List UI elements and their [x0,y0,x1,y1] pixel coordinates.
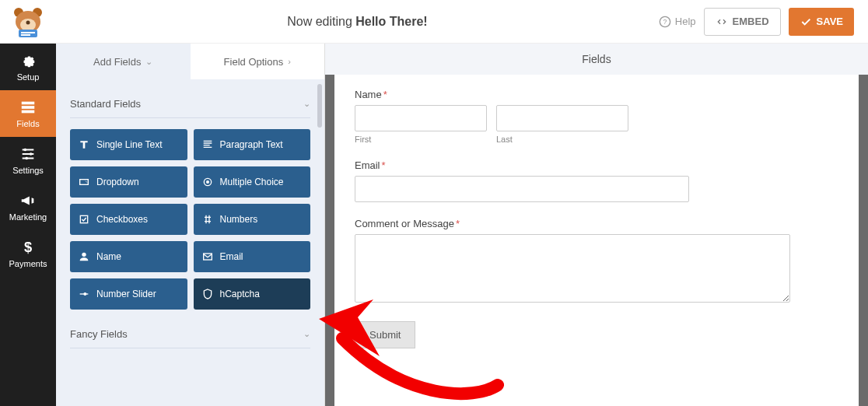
svg-point-3 [20,19,36,31]
page-title: Now editing Hello There! [56,15,659,29]
name-label: Name* [355,89,838,100]
chevron-down-icon: ⌄ [145,57,152,67]
editing-prefix: Now editing [287,15,355,28]
canvas-header: Fields [325,44,868,75]
tab-add-fields[interactable]: Add Fields ⌄ [56,44,191,79]
fields-panel: Add Fields ⌄ Field Options › Standard Fi… [56,44,325,406]
code-icon [716,16,728,28]
gear-icon [19,52,37,69]
comment-textarea[interactable] [355,234,790,303]
form-title: Hello There! [355,15,427,28]
svg-rect-12 [22,110,35,114]
last-sublabel: Last [496,135,628,144]
help-link[interactable]: ? Help [659,16,696,28]
comment-label: Comment or Message* [355,218,838,229]
check-icon [800,16,812,28]
svg-point-15 [25,157,28,160]
field-dropdown[interactable]: Dropdown [70,166,187,198]
fancy-fields-header[interactable]: Fancy Fields ⌄ [70,320,310,348]
checkbox-icon [78,213,90,226]
save-button[interactable]: SAVE [789,8,854,36]
first-name-input[interactable] [355,105,487,131]
svg-point-19 [206,180,209,184]
svg-rect-20 [80,215,87,222]
svg-rect-10 [22,102,35,105]
scrollbar-thumb[interactable] [317,84,322,128]
sidebar-item-settings[interactable]: Settings [0,137,56,184]
email-label: Email* [355,159,838,171]
tab-field-options[interactable]: Field Options › [191,44,325,79]
sidebar-item-marketing[interactable]: Marketing [0,184,56,230]
svg-text:$: $ [24,239,32,255]
sidebar-item-payments[interactable]: $ Payments [0,230,56,277]
field-email[interactable]: Email [194,241,311,272]
logo [0,6,56,37]
submit-button[interactable]: Submit [355,321,415,348]
svg-point-13 [24,149,27,152]
dollar-icon: $ [19,239,37,256]
field-name[interactable]: Name [70,241,187,272]
chevron-down-icon: ⌄ [303,99,310,109]
sidebar-item-fields[interactable]: Fields [0,90,56,137]
last-name-input[interactable] [496,105,628,131]
sliders-icon [19,145,37,163]
svg-point-4 [26,20,30,24]
hash-icon [201,213,214,226]
svg-text:?: ? [663,18,667,26]
sidebar-item-setup[interactable]: Setup [0,44,56,90]
svg-rect-11 [22,106,35,109]
field-single-line-text[interactable]: Single Line Text [70,129,187,160]
text-icon [78,138,90,151]
radio-icon [201,176,214,188]
dropdown-icon [78,176,90,188]
svg-rect-6 [21,32,35,33]
email-input[interactable] [355,176,689,202]
field-multiple-choice[interactable]: Multiple Choice [194,166,311,198]
svg-point-14 [30,152,33,156]
bullhorn-icon [19,192,37,209]
form-icon [19,99,37,116]
mail-icon [201,250,214,263]
chevron-down-icon: ⌄ [303,329,310,339]
paragraph-icon [201,138,214,151]
user-icon [78,250,90,263]
top-bar: Now editing Hello There! ? Help EMBED SA… [0,0,868,44]
first-sublabel: First [355,135,487,144]
standard-fields-header[interactable]: Standard Fields ⌄ [70,90,310,118]
field-number-slider[interactable]: Number Slider [70,278,187,310]
slider-icon [78,288,90,300]
field-paragraph-text[interactable]: Paragraph Text [194,129,311,160]
shield-icon [201,288,214,300]
chevron-right-icon: › [288,57,291,66]
field-checkboxes[interactable]: Checkboxes [70,204,187,235]
embed-button[interactable]: EMBED [704,8,781,36]
field-numbers[interactable]: Numbers [194,204,311,235]
svg-rect-7 [21,34,30,36]
help-icon: ? [659,16,671,28]
field-hcaptcha[interactable]: hCaptcha [194,278,311,310]
sidebar: Setup Fields Settings Marketing $ Paymen… [0,44,56,406]
form-preview: Name* First Last Email* Comment or [334,75,859,406]
canvas-wrap: Fields Name* First Last Email* [325,44,868,406]
svg-point-21 [82,253,86,257]
svg-point-23 [83,292,86,296]
bear-logo-icon [11,6,45,37]
